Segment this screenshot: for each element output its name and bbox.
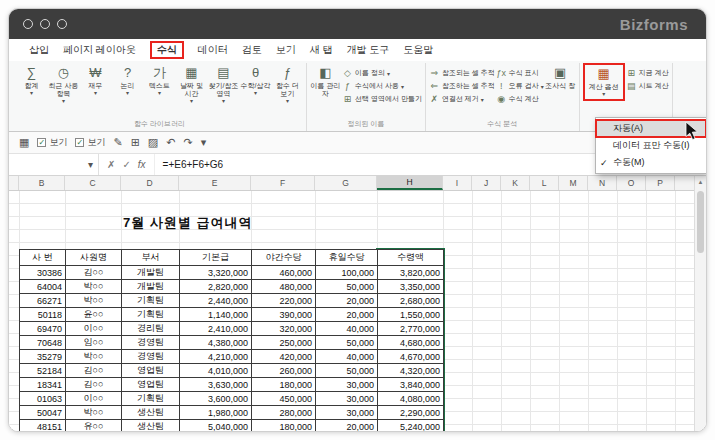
cell[interactable]: 김○○ <box>66 364 122 378</box>
menu-item-manual[interactable]: ✓수동(M) <box>596 154 706 171</box>
cell[interactable]: 30386 <box>20 266 66 280</box>
recently-used-button[interactable]: ◷최근 사용 항목▾ <box>48 63 79 105</box>
menu-tab-data[interactable]: 데이터 <box>198 43 228 57</box>
pencil-icon[interactable]: ✎ <box>113 136 122 149</box>
cell[interactable]: 이○○ <box>66 322 122 336</box>
grid-icon[interactable]: ⊞ <box>131 136 140 149</box>
cell[interactable]: 3,630,000 <box>180 378 252 392</box>
cell[interactable]: 30,000 <box>316 378 378 392</box>
calculation-options-button[interactable]: ▦계산 옵션▾ <box>583 63 625 101</box>
cell[interactable]: 250,000 <box>252 336 316 350</box>
grid[interactable]: 7월 사원별 급여내역 사 번사원명부서기본급야간수당휴일수당수령액30386김… <box>9 191 694 432</box>
cell[interactable]: 50,000 <box>316 280 378 294</box>
checkbox-icon[interactable]: ✓ <box>75 138 84 147</box>
column-header-H[interactable]: H <box>377 176 443 190</box>
cell[interactable]: 2,290,000 <box>378 406 444 420</box>
cell[interactable]: 50,000 <box>316 336 378 350</box>
cell[interactable]: 1,980,000 <box>180 406 252 420</box>
column-header-D[interactable]: D <box>121 176 179 190</box>
vertical-scrollbar[interactable]: ▲ <box>694 176 706 432</box>
menu-tab-formulas[interactable]: 수식 <box>150 41 184 59</box>
cell[interactable]: 3,600,000 <box>180 392 252 406</box>
cell[interactable]: 30,000 <box>316 392 378 406</box>
show-formulas-button[interactable]: ƒx수식 표시 <box>496 68 544 78</box>
sheet-view-icon[interactable]: ▦ <box>19 136 29 149</box>
cell[interactable]: 3,840,000 <box>378 378 444 392</box>
trace-dependents-button[interactable]: ⇐참조하는 셀 추적 <box>429 81 495 91</box>
cell[interactable]: 4,080,000 <box>378 392 444 406</box>
cell[interactable]: 180,000 <box>252 378 316 392</box>
cell[interactable]: 임○○ <box>66 336 122 350</box>
cell[interactable]: 생산팀 <box>122 406 180 420</box>
cell[interactable]: 생산팀 <box>122 420 180 433</box>
column-header-J[interactable]: J <box>472 176 501 190</box>
cell[interactable]: 480,000 <box>252 280 316 294</box>
cell[interactable]: 김○○ <box>66 266 122 280</box>
undo-icon[interactable]: ↶ <box>166 136 175 149</box>
watch-window-button[interactable]: ▣조사식 창 <box>545 63 576 90</box>
cell[interactable]: 4,380,000 <box>180 336 252 350</box>
cell[interactable]: 4,010,000 <box>180 364 252 378</box>
cell[interactable]: 기획팀 <box>122 308 180 322</box>
cell[interactable]: 280,000 <box>252 406 316 420</box>
cell[interactable]: 경영팀 <box>122 350 180 364</box>
column-header-F[interactable]: F <box>251 176 315 190</box>
cell[interactable]: 64004 <box>20 280 66 294</box>
logical-button[interactable]: ?논리▾ <box>112 63 143 97</box>
cell[interactable]: 50118 <box>20 308 66 322</box>
cell[interactable]: 김○○ <box>66 378 122 392</box>
insert-function-icon[interactable]: fx <box>138 159 146 170</box>
checkbox-icon[interactable]: ✓ <box>37 138 46 147</box>
cell[interactable]: 경영팀 <box>122 336 180 350</box>
cell[interactable]: 260,000 <box>252 364 316 378</box>
chevron-down-icon[interactable]: ▾ <box>88 159 93 170</box>
cell[interactable]: 70648 <box>20 336 66 350</box>
formula-input[interactable]: =+E6+F6+G6 <box>155 159 224 170</box>
name-box[interactable]: ▾ <box>9 154 99 175</box>
more-icon[interactable]: ▾ <box>201 136 207 149</box>
cell[interactable]: 390,000 <box>252 308 316 322</box>
cell[interactable]: 50047 <box>20 406 66 420</box>
menu-tab-new-tab[interactable]: 새 탭 <box>310 43 333 57</box>
cell[interactable]: 4,210,000 <box>180 350 252 364</box>
table-header-0[interactable]: 사 번 <box>20 250 66 266</box>
cell[interactable]: 320,000 <box>252 322 316 336</box>
cell[interactable]: 3,820,000 <box>378 266 444 280</box>
cell[interactable]: 2,770,000 <box>378 322 444 336</box>
scroll-up-icon[interactable]: ▲ <box>695 176 706 189</box>
cell[interactable]: 기획팀 <box>122 294 180 308</box>
table-header-1[interactable]: 사원명 <box>66 250 122 266</box>
cell[interactable]: 20,000 <box>316 294 378 308</box>
cell[interactable]: 1,550,000 <box>378 308 444 322</box>
use-in-formula-button[interactable]: ƒ수식에서 사용▾ <box>342 81 422 91</box>
table-header-3[interactable]: 기본급 <box>180 250 252 266</box>
create-from-selection-button[interactable]: ⊞선택 영역에서 만들기 <box>342 94 422 104</box>
cell[interactable]: 20,000 <box>316 420 378 433</box>
cell[interactable]: 기획팀 <box>122 392 180 406</box>
date-time-button[interactable]: ▦날짜 및 시간▾ <box>176 63 207 105</box>
cell[interactable]: 40,000 <box>316 350 378 364</box>
menu-tab-help[interactable]: 도움말 <box>403 43 433 57</box>
cell[interactable]: 180,000 <box>252 420 316 433</box>
cell[interactable]: 52184 <box>20 364 66 378</box>
cell[interactable]: 4,320,000 <box>378 364 444 378</box>
remove-arrows-button[interactable]: ✗연결선 제거▾ <box>429 94 495 104</box>
brush-icon[interactable]: ▨ <box>148 136 158 149</box>
cell[interactable]: 420,000 <box>252 350 316 364</box>
cell[interactable]: 460,000 <box>252 266 316 280</box>
window-control-3[interactable] <box>57 19 67 29</box>
view-toggle-2[interactable]: ✓보기 <box>75 136 105 149</box>
view-toggle-1[interactable]: ✓보기 <box>37 136 67 149</box>
cell[interactable]: 2,440,000 <box>180 294 252 308</box>
column-header-E[interactable]: E <box>179 176 251 190</box>
column-header-K[interactable]: K <box>501 176 530 190</box>
redo-icon[interactable]: ↷ <box>183 136 192 149</box>
column-header-I[interactable]: I <box>443 176 472 190</box>
cell[interactable]: 박○○ <box>66 406 122 420</box>
column-header-G[interactable]: G <box>315 176 377 190</box>
cell[interactable]: 박○○ <box>66 294 122 308</box>
cancel-icon[interactable]: ✗ <box>107 159 115 170</box>
cell[interactable]: 1,140,000 <box>180 308 252 322</box>
cell[interactable]: 5,240,000 <box>378 420 444 433</box>
calculate-sheet-button[interactable]: ▤시트 계산 <box>626 81 669 91</box>
